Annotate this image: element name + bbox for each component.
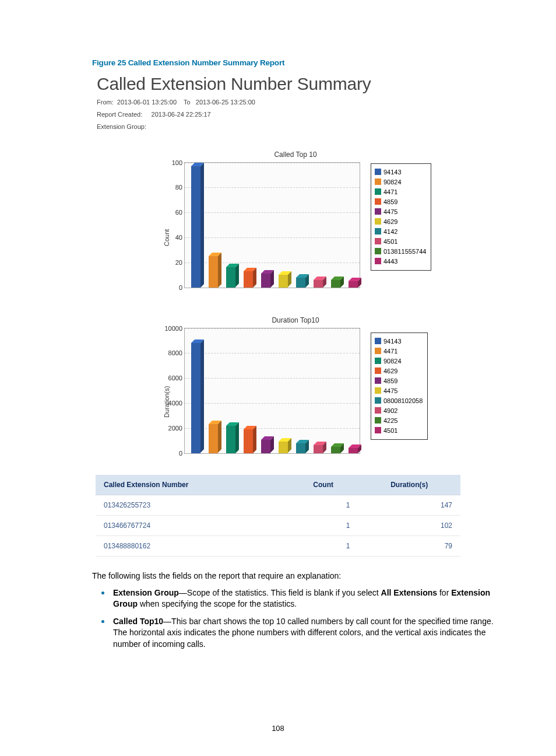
legend-swatch <box>375 198 381 205</box>
from-label: From: <box>97 99 114 106</box>
bar <box>261 440 270 453</box>
table-row: 013488880162179 <box>96 536 460 556</box>
legend-swatch <box>375 387 381 394</box>
cell-count: 1 <box>288 515 358 536</box>
bar <box>279 442 288 453</box>
chart-legend: 9414344719082446294859447508008102058490… <box>371 332 428 440</box>
cell-ext: 013466767724 <box>96 515 288 536</box>
legend-swatch <box>375 427 381 433</box>
extgroup-label: Extension Group: <box>97 123 146 130</box>
legend-swatch <box>375 238 381 244</box>
chart-plot-area: 020406080100 <box>184 162 360 288</box>
legend-item: 4629 <box>375 366 423 376</box>
legend-swatch <box>375 417 381 424</box>
report-meta-from: From: 2013-06-01 13:25:00 To 2013-06-25 … <box>97 96 499 108</box>
summary-table: Called Extension Number Count Duration(s… <box>96 475 460 556</box>
legend-swatch <box>375 178 381 185</box>
legend-item: 013811555744 <box>375 247 426 257</box>
legend-label: 90824 <box>383 178 402 186</box>
legend-swatch <box>375 348 381 354</box>
legend-swatch <box>375 218 381 225</box>
legend-item: 4501 <box>375 237 426 247</box>
ytick: 40 <box>175 234 182 241</box>
legend-item: 4471 <box>375 346 423 356</box>
legend-label: 94143 <box>383 169 402 176</box>
legend-label: 4859 <box>383 377 397 384</box>
legend-label: 4859 <box>383 198 397 205</box>
legend-swatch <box>375 228 381 235</box>
legend-label: 4902 <box>383 407 397 414</box>
cell-ext: 013426255723 <box>96 495 288 515</box>
explain-intro: The following lists the fields on the re… <box>92 570 499 582</box>
bar <box>314 445 323 453</box>
th-dur: Duration(s) <box>358 475 460 495</box>
legend-label: 4443 <box>383 258 397 265</box>
legend-item: 90824 <box>375 356 423 366</box>
from-value: 2013-06-01 13:25:00 <box>117 99 177 106</box>
chart-plot-area: 0200040006000800010000 <box>184 328 360 454</box>
legend-swatch <box>375 248 381 254</box>
th-ext: Called Extension Number <box>96 475 288 495</box>
bar <box>209 256 218 288</box>
ytick: 60 <box>175 209 182 216</box>
table-row: 0134667677241102 <box>96 515 460 536</box>
bar <box>226 267 235 287</box>
ytick: 4000 <box>168 400 182 407</box>
legend-swatch <box>375 358 381 364</box>
bar <box>244 429 253 453</box>
legend-item: 4225 <box>375 416 423 426</box>
legend-label: 4142 <box>383 228 397 235</box>
bar <box>191 166 200 288</box>
report-title: Called Extension Number Summary <box>97 74 499 94</box>
legend-item: 90824 <box>375 177 426 187</box>
legend-label: 4629 <box>383 218 397 225</box>
ytick: 8000 <box>168 349 182 356</box>
bar <box>244 271 253 288</box>
ytick: 20 <box>175 259 182 266</box>
legend-swatch <box>375 338 381 344</box>
legend-label: 94143 <box>383 338 402 345</box>
bar <box>296 443 305 453</box>
legend-item: 08008102058 <box>375 396 423 406</box>
legend-item: 4471 <box>375 187 426 197</box>
chart-called-top10: Called Top 10 Count 020406080100 9414390… <box>92 153 499 299</box>
cell-dur: 147 <box>358 495 460 515</box>
legend-label: 4501 <box>383 427 397 434</box>
bar <box>314 280 323 288</box>
explain-item: Called Top10—This bar chart shows the to… <box>92 616 499 650</box>
ytick: 2000 <box>168 425 182 432</box>
legend-label: 4471 <box>383 348 397 355</box>
legend-item: 4859 <box>375 197 426 207</box>
explain-list: Extension Group—Scope of the statistics.… <box>92 587 499 650</box>
legend-label: 4475 <box>383 387 397 394</box>
legend-swatch <box>375 407 381 414</box>
bar <box>331 447 340 453</box>
legend-swatch <box>375 397 381 404</box>
report-meta-extgroup: Extension Group: <box>97 121 499 133</box>
cell-dur: 79 <box>358 536 460 556</box>
cell-dur: 102 <box>358 515 460 536</box>
bar <box>296 278 305 288</box>
page-number: 108 <box>0 724 556 733</box>
th-count: Count <box>288 475 358 495</box>
legend-item: 4475 <box>375 207 426 217</box>
chart-ylabel: Count <box>163 229 170 246</box>
legend-swatch <box>375 368 381 374</box>
legend-item: 94143 <box>375 167 426 177</box>
bar <box>191 343 200 453</box>
chart-duration-top10: Duration Top10 Duration(s) 0200040006000… <box>92 318 499 464</box>
legend-swatch <box>375 377 381 384</box>
legend-swatch <box>375 188 381 195</box>
legend-label: 4225 <box>383 417 397 424</box>
cell-ext: 013488880162 <box>96 536 288 556</box>
to-label: To <box>184 99 191 106</box>
ytick: 6000 <box>168 374 182 382</box>
chart-legend: 9414390824447148594475462941424501013811… <box>371 163 431 271</box>
legend-label: 90824 <box>383 358 402 365</box>
legend-item: 4475 <box>375 386 423 396</box>
legend-item: 4859 <box>375 376 423 386</box>
bar <box>331 280 340 288</box>
legend-item: 4501 <box>375 426 423 436</box>
chart-title: Called Top 10 <box>92 150 499 159</box>
bar <box>349 281 358 288</box>
